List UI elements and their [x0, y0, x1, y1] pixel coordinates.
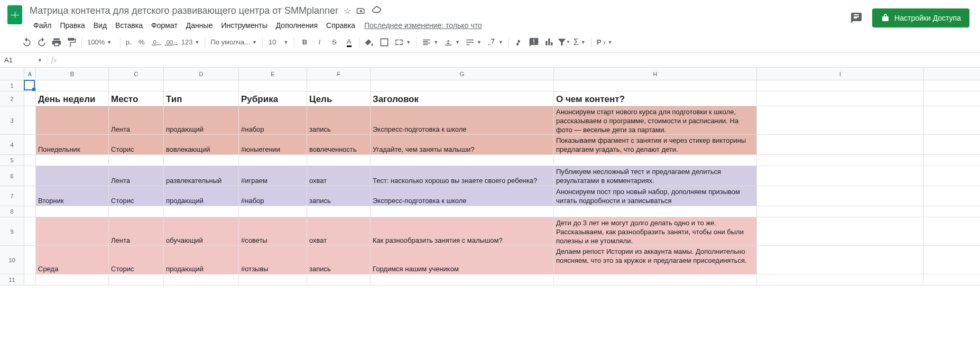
row-header-3[interactable]: 3	[0, 106, 24, 135]
cell[interactable]: Угадайте, чем заняты малыши?	[371, 135, 554, 154]
cell[interactable]: Показываем фрагмент с занятия и через ст…	[554, 135, 757, 154]
cell[interactable]	[24, 106, 36, 134]
cell[interactable]: Делаем репост Истории из аккаунта мамы. …	[554, 246, 757, 274]
cell[interactable]	[164, 206, 239, 217]
share-button[interactable]: Настройки Доступа	[872, 8, 969, 27]
cell[interactable]: Сторис	[109, 186, 164, 206]
comments-button[interactable]	[847, 8, 866, 27]
filter-button[interactable]: ▼	[557, 35, 570, 49]
cell[interactable]	[757, 186, 924, 206]
cell[interactable]	[164, 80, 239, 91]
menu-data[interactable]: Данные	[182, 19, 217, 32]
cell[interactable]	[24, 186, 36, 206]
font-size-dropdown[interactable]: 10▼	[266, 36, 291, 49]
cell[interactable]	[36, 155, 109, 166]
cell[interactable]	[757, 155, 924, 166]
column-header-G[interactable]: G	[371, 68, 554, 80]
cell[interactable]	[371, 80, 554, 91]
cell[interactable]	[164, 155, 239, 166]
cell[interactable]	[24, 135, 36, 154]
italic-button[interactable]: I	[312, 35, 326, 49]
strike-button[interactable]: S	[327, 35, 341, 49]
column-header-F[interactable]: F	[307, 68, 371, 80]
comment-button[interactable]	[527, 35, 541, 49]
cell[interactable]: Анонсируем пост про новый набор, дополня…	[554, 186, 757, 206]
cell[interactable]	[24, 155, 36, 166]
menu-view[interactable]: Вид	[90, 19, 110, 32]
row-header-7[interactable]: 7	[0, 186, 24, 206]
cell[interactable]	[24, 80, 36, 91]
cell[interactable]	[109, 206, 164, 217]
cell[interactable]	[371, 274, 554, 285]
cell[interactable]: Понедельник	[36, 135, 109, 154]
cell[interactable]	[757, 246, 924, 274]
menu-format[interactable]: Формат	[147, 19, 181, 32]
cell[interactable]	[109, 80, 164, 91]
font-dropdown[interactable]: По умолча...▼	[208, 36, 258, 49]
rotate-dropdown[interactable]: ▼	[485, 36, 505, 49]
cell[interactable]: продающий	[164, 106, 239, 134]
cell[interactable]: #играем	[239, 166, 307, 186]
cell[interactable]	[36, 206, 109, 217]
cell[interactable]: обучающий	[164, 217, 239, 245]
cell[interactable]	[307, 274, 371, 285]
cell[interactable]	[757, 91, 924, 106]
cell[interactable]	[757, 166, 924, 186]
cell[interactable]	[307, 80, 371, 91]
zoom-dropdown[interactable]: 100%▼	[85, 36, 117, 49]
formula-bar[interactable]: fx	[47, 56, 980, 65]
cell[interactable]	[24, 274, 36, 285]
bold-button[interactable]: B	[298, 35, 311, 49]
select-all-corner[interactable]	[0, 68, 24, 80]
row-header-10[interactable]: 10	[0, 246, 24, 274]
cell[interactable]: вовлекающий	[164, 135, 239, 154]
cell[interactable]: Рубрика	[239, 91, 307, 106]
cell[interactable]: #юныегении	[239, 135, 307, 154]
cell[interactable]: запись	[307, 106, 371, 134]
cell[interactable]: Цель	[307, 91, 371, 106]
number-format-dropdown[interactable]: 123▼	[179, 36, 202, 49]
cell[interactable]	[757, 206, 924, 217]
currency-button[interactable]: р.	[124, 35, 134, 49]
cell[interactable]: Тест: насколько хорошо вы знаете своего …	[371, 166, 554, 186]
move-icon[interactable]	[356, 6, 366, 15]
cell[interactable]: Среда	[36, 246, 109, 274]
decrease-decimal-button[interactable]: .0←	[150, 35, 163, 49]
print-button[interactable]	[50, 35, 63, 49]
cell[interactable]	[36, 166, 109, 186]
cell[interactable]: развлекательный	[164, 166, 239, 186]
valign-dropdown[interactable]: ▼	[441, 36, 462, 49]
undo-button[interactable]	[20, 35, 34, 49]
cell[interactable]: запись	[307, 186, 371, 206]
cell[interactable]	[239, 274, 307, 285]
menu-edit[interactable]: Правка	[56, 19, 88, 32]
cell[interactable]: Лента	[109, 166, 164, 186]
cell[interactable]	[239, 80, 307, 91]
borders-button[interactable]	[377, 35, 391, 49]
cell[interactable]: охват	[307, 217, 371, 245]
row-header-11[interactable]: 11	[0, 274, 24, 286]
cell[interactable]	[24, 166, 36, 186]
cell[interactable]: Сторис	[109, 135, 164, 154]
cell[interactable]: #набор	[239, 106, 307, 134]
paint-format-button[interactable]	[64, 35, 78, 49]
cell[interactable]	[24, 206, 36, 217]
cell[interactable]: охват	[307, 166, 371, 186]
cell[interactable]: Экспресс-подготовка к школе	[371, 186, 554, 206]
chart-button[interactable]	[542, 35, 556, 49]
column-header-I[interactable]: I	[757, 68, 924, 80]
cell[interactable]	[36, 106, 109, 134]
cell[interactable]: Дети до 3 лет не могут долго делать одно…	[554, 217, 757, 245]
increase-decimal-button[interactable]: .00→	[164, 35, 178, 49]
menu-help[interactable]: Справка	[322, 19, 359, 32]
cell[interactable]	[239, 155, 307, 166]
cell[interactable]	[307, 155, 371, 166]
halign-dropdown[interactable]: ▼	[420, 36, 440, 49]
wrap-dropdown[interactable]: ▼	[463, 36, 484, 49]
cell[interactable]	[36, 217, 109, 245]
row-header-9[interactable]: 9	[0, 217, 24, 246]
cell[interactable]: Место	[109, 91, 164, 106]
cell[interactable]: Сторис	[109, 246, 164, 274]
row-header-2[interactable]: 2	[0, 91, 24, 106]
menu-file[interactable]: Файл	[30, 19, 55, 32]
